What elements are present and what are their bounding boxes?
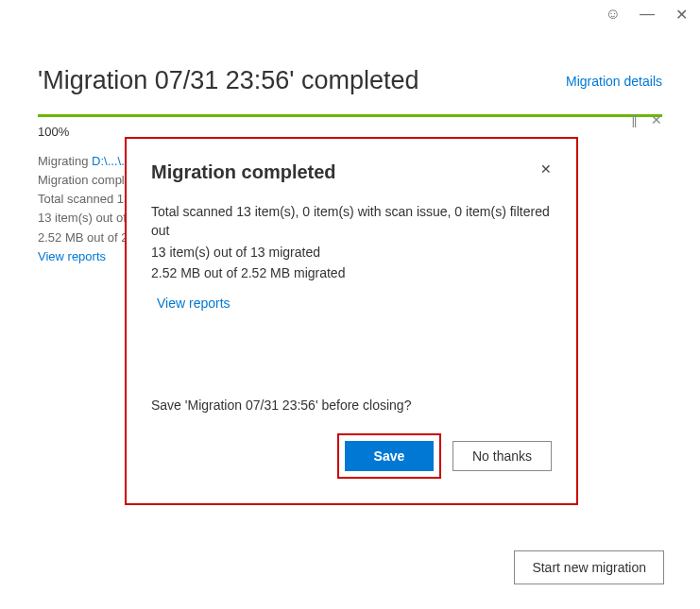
- save-button-highlight: Save: [337, 433, 441, 479]
- minimize-icon[interactable]: —: [638, 6, 657, 23]
- dialog-title: Migration completed: [151, 161, 336, 183]
- migration-details-link[interactable]: Migration details: [566, 74, 662, 89]
- migration-completed-dialog: Migration completed ✕ Total scanned 13 i…: [125, 137, 578, 505]
- feedback-smile-icon[interactable]: ☺: [604, 6, 623, 23]
- progress-bar: [38, 114, 662, 117]
- dialog-button-row: Save No thanks: [151, 433, 552, 479]
- progress-close-icon[interactable]: ✕: [651, 112, 662, 127]
- page-header: 'Migration 07/31 23:56' completed Migrat…: [0, 28, 700, 114]
- progress-bar-fill: [38, 114, 662, 117]
- pause-icon[interactable]: ‖: [631, 112, 638, 127]
- window-titlebar: ☺ — ✕: [0, 0, 700, 28]
- save-button[interactable]: Save: [345, 441, 434, 471]
- migrating-path[interactable]: D:\...\..: [92, 154, 128, 168]
- footer: Start new migration: [514, 550, 664, 584]
- dialog-summary-line: 13 item(s) out of 13 migrated: [151, 243, 552, 262]
- dialog-save-question: Save 'Migration 07/31 23:56' before clos…: [151, 398, 552, 413]
- progress-controls: ‖ ✕: [631, 112, 662, 127]
- migrating-label: Migrating: [38, 154, 88, 168]
- dialog-summary-line: 2.52 MB out of 2.52 MB migrated: [151, 263, 552, 282]
- page-title: 'Migration 07/31 23:56' completed: [38, 66, 419, 95]
- progress-section: ‖ ✕ 100%: [0, 114, 700, 139]
- dialog-summary-line: Total scanned 13 item(s), 0 item(s) with…: [151, 202, 552, 241]
- no-thanks-button[interactable]: No thanks: [452, 441, 552, 471]
- window-close-icon[interactable]: ✕: [672, 6, 691, 24]
- dialog-close-button[interactable]: ✕: [540, 161, 552, 177]
- dialog-view-reports-link[interactable]: View reports: [157, 294, 230, 313]
- start-new-migration-button[interactable]: Start new migration: [514, 550, 664, 584]
- dialog-body: Total scanned 13 item(s), 0 item(s) with…: [151, 202, 552, 313]
